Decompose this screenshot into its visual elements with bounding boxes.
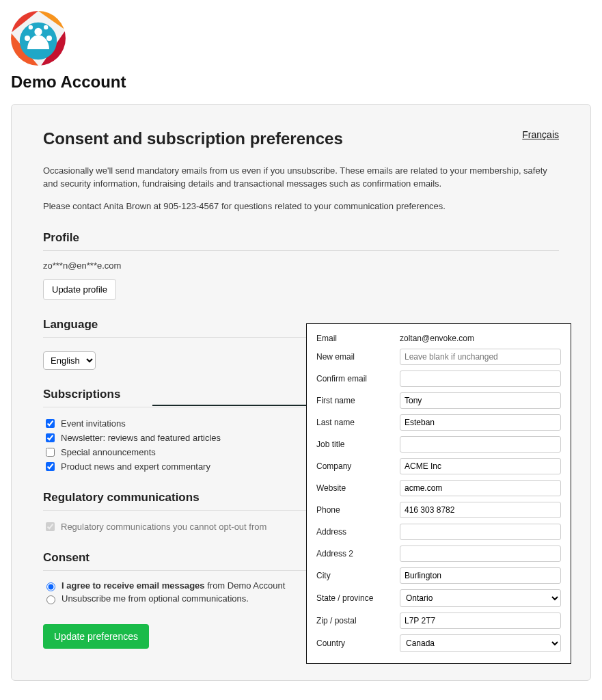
last-name-input[interactable] (400, 414, 561, 431)
phone-label: Phone (316, 505, 400, 515)
intro-text-2: Please contact Anita Brown at 905-123-45… (43, 200, 559, 213)
last-name-label: Last name (316, 418, 400, 427)
phone-input[interactable] (400, 502, 561, 518)
state-select[interactable]: Ontario (400, 589, 561, 607)
address-label: Address (316, 527, 400, 537)
svg-point-5 (46, 36, 52, 41)
update-preferences-button[interactable]: Update preferences (43, 624, 149, 649)
city-label: City (316, 571, 400, 580)
radio[interactable] (46, 582, 55, 591)
country-label: Country (316, 638, 400, 648)
checkbox[interactable] (46, 419, 55, 428)
email-label: Email (316, 334, 400, 343)
first-name-input[interactable] (400, 392, 561, 409)
svg-point-3 (34, 28, 42, 36)
logo (11, 11, 66, 66)
checkbox-disabled (46, 522, 55, 531)
checkbox[interactable] (46, 462, 55, 471)
update-profile-button[interactable]: Update profile (43, 279, 116, 300)
state-label: State / province (316, 593, 400, 603)
svg-point-7 (44, 25, 48, 29)
job-title-label: Job title (316, 440, 400, 449)
divider (43, 250, 559, 251)
first-name-label: First name (316, 396, 400, 405)
preferences-card: Consent and subscription preferences Fra… (11, 104, 591, 681)
radio[interactable] (46, 595, 55, 604)
job-title-input[interactable] (400, 436, 561, 453)
checkbox-label: Regulatory communications you cannot opt… (61, 522, 266, 532)
new-email-label: New email (316, 352, 400, 362)
page-title: Consent and subscription preferences (43, 129, 343, 148)
zip-label: Zip / postal (316, 616, 400, 625)
website-input[interactable] (400, 480, 561, 496)
intro-text-1: Occasionally we'll send mandatory emails… (43, 165, 559, 191)
svg-point-4 (25, 36, 30, 41)
company-label: Company (316, 461, 400, 471)
arrow-icon (152, 401, 326, 410)
confirm-email-input[interactable] (400, 371, 561, 387)
address-input[interactable] (400, 524, 561, 540)
radio-label: Unsubscribe me from optional communicati… (61, 593, 249, 604)
profile-heading: Profile (43, 231, 559, 245)
checkbox-label: Special announcements (61, 447, 156, 457)
new-email-input[interactable] (400, 349, 561, 365)
address2-input[interactable] (400, 546, 561, 562)
language-link-french[interactable]: Français (522, 129, 559, 140)
account-title: Demo Account (11, 72, 591, 92)
checkbox-label: Newsletter: reviews and featured article… (61, 433, 221, 443)
checkbox[interactable] (46, 433, 55, 442)
confirm-email-label: Confirm email (316, 374, 400, 383)
email-value: zoltan@envoke.com (400, 334, 561, 343)
country-select[interactable]: Canada (400, 634, 561, 652)
checkbox-label: Product news and expert commentary (61, 461, 210, 472)
profile-panel: Email zoltan@envoke.com New email Confir… (306, 323, 571, 664)
radio-label: I agree to receive email messages from D… (61, 580, 285, 591)
company-input[interactable] (400, 458, 561, 474)
masked-email: zo***n@en***e.com (43, 260, 559, 271)
svg-point-6 (29, 25, 33, 29)
website-label: Website (316, 483, 400, 493)
city-input[interactable] (400, 567, 561, 584)
checkbox-label: Event invitations (61, 418, 126, 429)
zip-input[interactable] (400, 612, 561, 629)
address2-label: Address 2 (316, 549, 400, 558)
language-select[interactable]: English (43, 351, 96, 370)
checkbox[interactable] (46, 448, 55, 457)
